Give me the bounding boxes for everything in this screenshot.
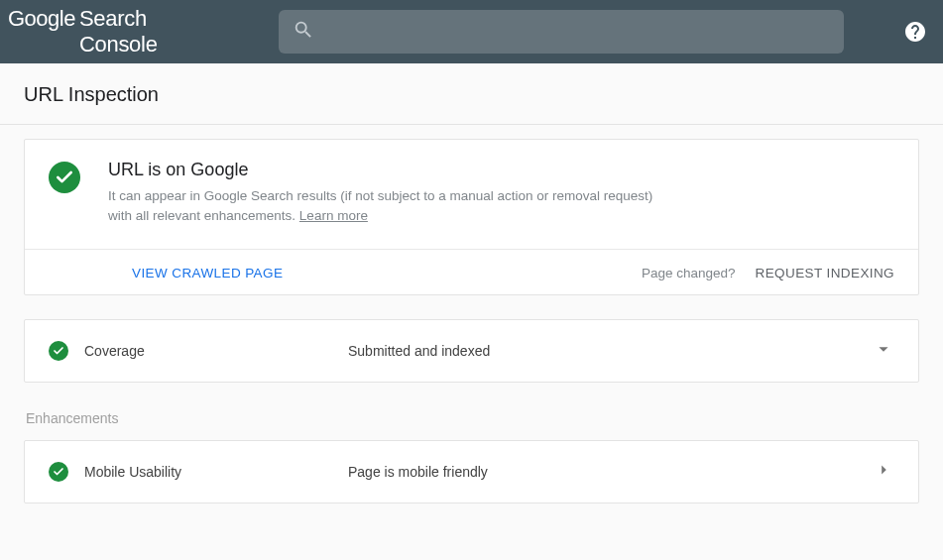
app-logo: Google Search Console bbox=[8, 6, 223, 57]
mobile-usability-row[interactable]: Mobile Usability Page is mobile friendly bbox=[24, 440, 919, 504]
logo-google: Google bbox=[8, 6, 75, 32]
page-changed-label: Page changed? bbox=[642, 266, 736, 280]
search-box[interactable] bbox=[279, 10, 844, 54]
enhancements-header: Enhancements bbox=[26, 410, 919, 426]
coverage-value: Submitted and indexed bbox=[348, 343, 857, 359]
learn-more-link[interactable]: Learn more bbox=[299, 208, 368, 223]
status-title: URL is on Google bbox=[108, 160, 894, 180]
main-content: URL is on Google It can appear in Google… bbox=[0, 125, 943, 517]
search-icon bbox=[293, 19, 314, 45]
check-circle-icon bbox=[49, 341, 68, 361]
status-section: URL is on Google It can appear in Google… bbox=[25, 140, 918, 250]
mobile-usability-label: Mobile Usability bbox=[84, 464, 332, 480]
request-indexing-button[interactable]: REQUEST INDEXING bbox=[756, 266, 894, 280]
action-row: VIEW CRAWLED PAGE Page changed? REQUEST … bbox=[25, 250, 918, 294]
logo-product: Search Console bbox=[79, 6, 223, 57]
check-circle-icon bbox=[49, 162, 80, 193]
status-body: URL is on Google It can appear in Google… bbox=[108, 160, 894, 227]
page-title-bar: URL Inspection bbox=[0, 63, 943, 125]
status-description: It can appear in Google Search results (… bbox=[108, 186, 663, 227]
mobile-usability-value: Page is mobile friendly bbox=[348, 464, 857, 480]
view-crawled-page-button[interactable]: VIEW CRAWLED PAGE bbox=[132, 266, 283, 280]
status-card: URL is on Google It can appear in Google… bbox=[24, 139, 919, 295]
check-circle-icon bbox=[49, 462, 68, 482]
search-input[interactable] bbox=[324, 24, 830, 41]
chevron-down-icon bbox=[873, 338, 894, 364]
coverage-label: Coverage bbox=[84, 343, 332, 359]
coverage-row[interactable]: Coverage Submitted and indexed bbox=[24, 319, 919, 383]
app-header: Google Search Console bbox=[0, 0, 943, 63]
status-description-text: It can appear in Google Search results (… bbox=[108, 188, 652, 223]
chevron-right-icon bbox=[873, 459, 894, 485]
page-title: URL Inspection bbox=[24, 83, 919, 106]
help-button[interactable] bbox=[903, 20, 927, 44]
